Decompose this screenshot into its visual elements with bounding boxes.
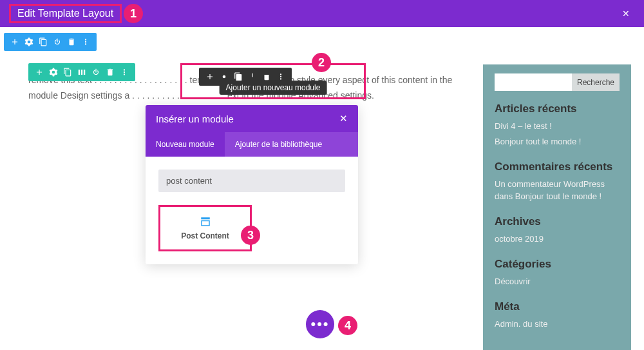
section-heading: Articles récents <box>495 102 620 115</box>
annotation-marker-3: 3 <box>241 226 260 245</box>
list-item[interactable]: Divi 4 – le test ! <box>495 121 620 132</box>
search-button[interactable]: Recherche <box>572 73 620 91</box>
trash-icon[interactable] <box>104 66 117 79</box>
sidebar-search: Recherche <box>495 73 620 91</box>
page-title: Edit Template Layout <box>9 4 122 23</box>
module-result-label: Post Content <box>180 231 231 240</box>
list-item[interactable]: Bonjour tout le monde ! <box>495 136 620 148</box>
duplicate-icon[interactable] <box>61 66 74 79</box>
row-toolbar <box>28 63 135 81</box>
close-icon[interactable]: ✕ <box>339 113 348 124</box>
section-heading: Méta <box>495 300 620 313</box>
gear-icon[interactable] <box>23 35 35 48</box>
power-icon[interactable] <box>90 66 102 79</box>
add-icon[interactable] <box>204 70 216 83</box>
sidebar-archives: Archives octobre 2019 <box>495 215 620 245</box>
duplicate-icon[interactable] <box>37 35 50 48</box>
list-item[interactable]: Un commentateur WordPress dans Bonjour t… <box>495 179 620 202</box>
power-icon[interactable] <box>51 35 64 48</box>
sidebar-recent-comments: Commentaires récents Un commentateur Wor… <box>495 160 620 202</box>
modal-body: Post Content <box>146 157 358 264</box>
trash-icon[interactable] <box>65 35 78 48</box>
sidebar-meta: Méta Admin. du site <box>495 300 620 330</box>
list-item[interactable]: Admin. du site <box>495 318 620 330</box>
columns-icon[interactable] <box>75 66 88 79</box>
annotation-marker-2: 2 <box>312 53 331 72</box>
top-bar: Edit Template Layout ✕ <box>0 0 644 27</box>
module-result-post-content[interactable]: Post Content <box>158 205 252 251</box>
add-icon[interactable] <box>33 66 46 79</box>
list-item[interactable]: Découvrir <box>495 276 620 287</box>
section-heading: Catégories <box>495 258 620 271</box>
module-toolbar-area: Ajouter un nouveau module <box>180 63 366 99</box>
section-heading: Archives <box>495 215 620 228</box>
modal-header: Insérer un module ✕ <box>146 105 358 132</box>
section-toolbar <box>4 33 97 51</box>
annotation-marker-4: 4 <box>338 316 357 335</box>
more-icon[interactable] <box>118 66 131 79</box>
tab-new-module[interactable]: Nouveau module <box>146 132 225 157</box>
search-input[interactable] <box>495 73 572 91</box>
list-item[interactable]: octobre 2019 <box>495 233 620 245</box>
tab-add-from-library[interactable]: Ajouter de la bibliothèque <box>225 132 332 157</box>
add-icon[interactable] <box>8 35 21 48</box>
sidebar-categories: Catégories Découvrir <box>495 258 620 287</box>
annotation-marker-1: 1 <box>124 4 143 23</box>
search-input[interactable] <box>158 170 345 192</box>
modal-title: Insérer un module <box>156 113 234 124</box>
tooltip: Ajouter un nouveau module <box>220 81 327 95</box>
sidebar-recent-posts: Articles récents Divi 4 – le test ! Bonj… <box>495 102 620 148</box>
modal-tabs: Nouveau module Ajouter de la bibliothèqu… <box>146 132 358 157</box>
fab-more-button[interactable]: ••• <box>306 310 334 338</box>
gear-icon[interactable] <box>47 66 60 79</box>
sidebar: Recherche Articles récents Divi 4 – le t… <box>483 64 631 350</box>
more-icon[interactable] <box>79 35 92 48</box>
close-icon[interactable]: ✕ <box>622 8 630 19</box>
post-content-icon <box>200 216 211 228</box>
section-heading: Commentaires récents <box>495 160 620 173</box>
